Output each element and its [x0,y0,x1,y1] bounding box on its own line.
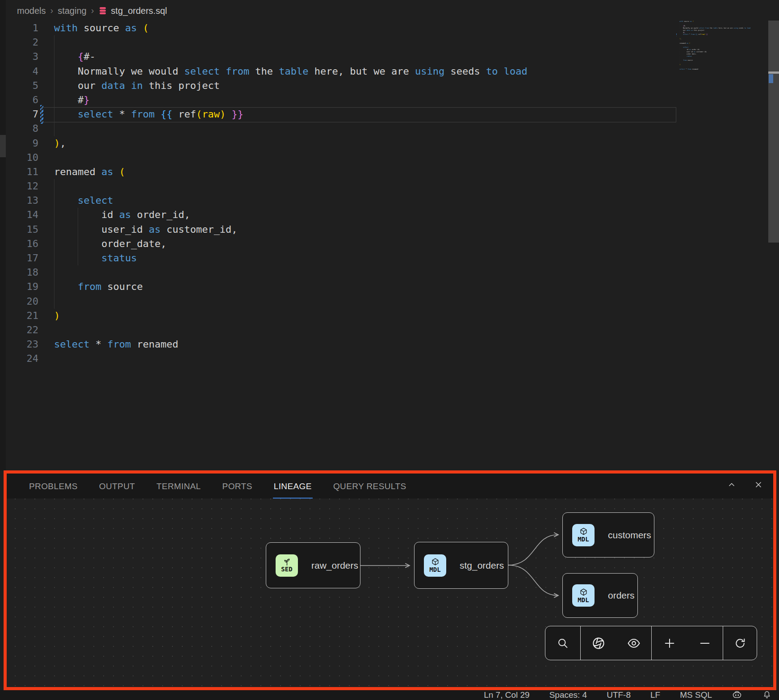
code-line-6[interactable]: 6 #} [0,93,679,107]
status-utf-8[interactable]: UTF-8 [607,690,631,700]
refresh-button[interactable] [730,630,750,657]
code-line-4[interactable]: 4 Normally we would select from the tabl… [0,64,679,79]
indent-guide [54,35,54,50]
code-line-21[interactable]: 21) [0,309,679,323]
badge-label: SED [281,566,292,573]
code-line-11[interactable]: 11renamed as ( [0,165,679,179]
minimap[interactable]: 1with source as (23 {#-4 Normally we wou… [677,21,771,72]
code-line-23[interactable]: 23select * from renamed [0,337,679,352]
indent-guide [54,64,54,79]
zoom-out-icon [699,637,711,650]
indent-guide [54,50,54,64]
indent-guide [78,237,78,251]
code-line-17[interactable]: 17 status [0,251,679,265]
status-ms-sql[interactable]: MS SQL [680,690,712,700]
code-line-15[interactable]: 15 user_id as customer_id, [0,222,679,237]
status-items: Ln 7, Col 29Spaces: 4UTF-8LFMS SQL [484,690,712,700]
code-line-22[interactable]: 22 [0,323,679,337]
code-line-12[interactable]: 12 [0,179,679,193]
cube-icon [431,557,440,566]
indent-guide [54,122,54,136]
lineage-toolbar [545,626,757,660]
lineage-node-orders[interactable]: MDL orders [562,573,638,618]
code-line-18[interactable]: 18 [0,265,679,280]
breadcrumb-models[interactable]: models [17,6,46,16]
aperture-icon [592,637,605,650]
code-line-2[interactable]: 2 [0,35,679,50]
indent-guide [54,265,54,280]
eye-icon [627,637,641,650]
breadcrumb-file[interactable]: stg_orders.sql [98,6,167,16]
aperture-button[interactable] [589,630,608,657]
indent-guide [54,237,54,251]
lineage-canvas[interactable]: SED raw_orders MDL stg_orders [7,499,773,687]
seed-badge: SED [276,554,298,577]
editor-area: models › staging › stg_orders.sql 1with … [0,0,779,470]
zoom-out-button[interactable] [695,630,715,657]
seedling-icon [283,558,291,566]
breadcrumb: models › staging › stg_orders.sql [17,4,167,18]
code-line-9[interactable]: 9), [0,136,679,151]
code-line-8[interactable]: 8 [0,122,679,136]
lineage-node-customers[interactable]: MDL customers [562,512,654,557]
model-badge: MDL [572,584,595,607]
search-icon [557,637,569,650]
tab-ports[interactable]: PORTS [222,482,253,499]
code-line-20[interactable]: 20 [0,294,679,309]
code-line-5[interactable]: 5 our data in this project [0,79,679,93]
code-line-1[interactable]: 1with source as ( [0,21,679,35]
status-lf[interactable]: LF [650,690,660,700]
database-icon [98,6,107,15]
node-label: orders [608,590,635,601]
code-line-16[interactable]: 16 order_date, [0,237,679,251]
code-line-24[interactable]: 24 [677,70,771,72]
status-bar: Ln 7, Col 29Spaces: 4UTF-8LFMS SQL [0,690,779,700]
status-spaces-4[interactable]: Spaces: 4 [549,690,587,700]
code-line-14[interactable]: 14 id as order_id, [0,208,679,222]
breadcrumb-staging[interactable]: staging [58,6,87,16]
indent-guide [78,222,78,237]
code-line-24[interactable]: 24 [0,352,679,366]
code-line-3[interactable]: 3 {#- [0,50,679,64]
indent-guide [78,251,78,265]
code-editor[interactable]: 1with source as (23 {#-4 Normally we wou… [0,21,679,366]
tab-problems[interactable]: PROBLEMS [28,482,79,499]
breadcrumb-filename: stg_orders.sql [111,6,167,16]
model-badge: MDL [572,524,595,546]
code-line-13[interactable]: 13 select [0,193,679,208]
chevron-right-icon: › [91,5,94,16]
chevron-up-icon[interactable] [727,480,737,490]
zoom-in-button[interactable] [660,630,679,657]
tab-lineage[interactable]: LINEAGE [273,482,313,499]
indent-guide [78,208,78,222]
indent-guide [54,193,54,208]
status-ln-7-col-29[interactable]: Ln 7, Col 29 [484,690,529,700]
node-label: raw_orders [311,560,358,571]
node-label: stg_orders [460,560,504,571]
search-button[interactable] [553,630,573,657]
code-line-19[interactable]: 19 from source [0,280,679,294]
bell-icon[interactable] [762,690,772,700]
close-icon[interactable] [754,480,763,490]
indent-guide [54,208,54,222]
copilot-icon[interactable] [732,691,742,700]
tab-output[interactable]: OUTPUT [98,482,136,499]
cube-icon [579,527,588,536]
modified-line-gutter-marker [676,33,677,36]
lineage-node-stg-orders[interactable]: MDL stg_orders [414,542,508,589]
eye-button[interactable] [624,630,644,657]
indent-guide [54,251,54,265]
panel-actions [727,480,763,490]
editor-scrollbar[interactable] [768,21,779,243]
code-line-10[interactable]: 10 [0,151,679,165]
indent-guide [54,222,54,237]
refresh-icon [734,637,746,650]
tab-query-results[interactable]: QUERY RESULTS [332,482,407,499]
tab-terminal[interactable]: TERMINAL [155,482,201,499]
code-line-7[interactable]: 7 select * from {{ ref(raw) }} [0,107,679,122]
indent-guide [54,79,54,93]
lineage-node-raw-orders[interactable]: SED raw_orders [266,542,360,588]
indent-guide [54,280,54,294]
badge-label: MDL [578,596,589,604]
model-badge: MDL [424,554,446,577]
